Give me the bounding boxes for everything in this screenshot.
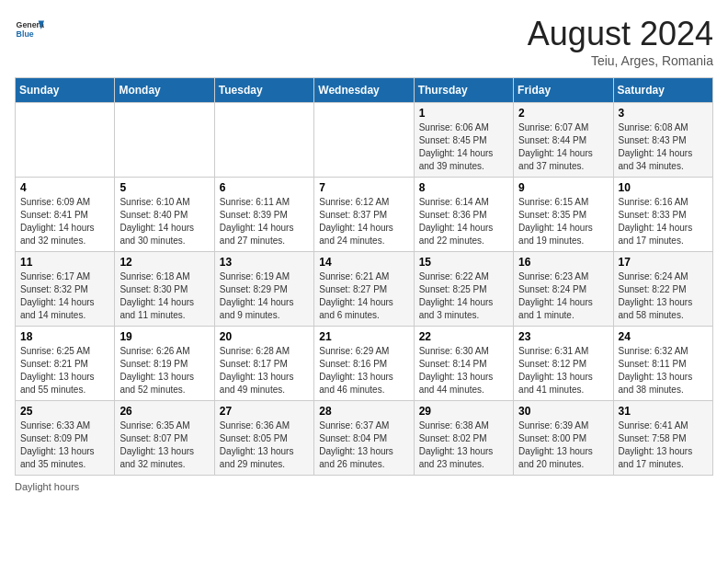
calendar-cell: 17Sunrise: 6:24 AMSunset: 8:22 PMDayligh… bbox=[613, 252, 712, 327]
calendar-cell: 30Sunrise: 6:39 AMSunset: 8:00 PMDayligh… bbox=[514, 401, 613, 476]
weekday-row: SundayMondayTuesdayWednesdayThursdayFrid… bbox=[16, 78, 713, 103]
day-number: 28 bbox=[319, 405, 408, 418]
day-number: 1 bbox=[419, 107, 508, 120]
day-number: 23 bbox=[518, 330, 608, 343]
calendar-cell: 26Sunrise: 6:35 AMSunset: 8:07 PMDayligh… bbox=[115, 401, 214, 476]
calendar-cell: 6Sunrise: 6:11 AMSunset: 8:39 PMDaylight… bbox=[214, 178, 313, 252]
calendar-cell: 3Sunrise: 6:08 AMSunset: 8:43 PMDaylight… bbox=[613, 103, 712, 178]
calendar-cell: 5Sunrise: 6:10 AMSunset: 8:40 PMDaylight… bbox=[115, 178, 214, 252]
calendar-cell: 15Sunrise: 6:22 AMSunset: 8:25 PMDayligh… bbox=[414, 252, 513, 327]
calendar-cell bbox=[214, 103, 313, 178]
day-info: Sunrise: 6:29 AMSunset: 8:16 PMDaylight:… bbox=[319, 345, 408, 396]
month-title: August 2024 bbox=[528, 15, 713, 53]
day-info: Sunrise: 6:19 AMSunset: 8:29 PMDaylight:… bbox=[220, 270, 309, 322]
day-number: 21 bbox=[319, 330, 408, 343]
calendar-cell: 8Sunrise: 6:14 AMSunset: 8:36 PMDaylight… bbox=[414, 178, 513, 252]
day-number: 18 bbox=[20, 330, 109, 343]
calendar-cell: 4Sunrise: 6:09 AMSunset: 8:41 PMDaylight… bbox=[16, 178, 115, 252]
calendar-cell: 16Sunrise: 6:23 AMSunset: 8:24 PMDayligh… bbox=[514, 252, 613, 327]
weekday-header-thursday: Thursday bbox=[414, 78, 513, 103]
day-info: Sunrise: 6:30 AMSunset: 8:14 PMDaylight:… bbox=[419, 345, 508, 396]
day-number: 14 bbox=[319, 256, 408, 269]
calendar-cell: 7Sunrise: 6:12 AMSunset: 8:37 PMDaylight… bbox=[314, 178, 414, 252]
calendar-cell: 11Sunrise: 6:17 AMSunset: 8:32 PMDayligh… bbox=[16, 252, 115, 327]
calendar-cell: 18Sunrise: 6:25 AMSunset: 8:21 PMDayligh… bbox=[16, 327, 115, 401]
day-info: Sunrise: 6:25 AMSunset: 8:21 PMDaylight:… bbox=[20, 345, 109, 396]
weekday-header-friday: Friday bbox=[514, 78, 613, 103]
calendar-week-3: 11Sunrise: 6:17 AMSunset: 8:32 PMDayligh… bbox=[16, 252, 713, 327]
day-info: Sunrise: 6:11 AMSunset: 8:39 PMDaylight:… bbox=[220, 196, 309, 247]
calendar-cell: 21Sunrise: 6:29 AMSunset: 8:16 PMDayligh… bbox=[314, 327, 414, 401]
day-number: 7 bbox=[319, 181, 408, 194]
weekday-header-saturday: Saturday bbox=[613, 78, 712, 103]
calendar-cell bbox=[115, 103, 214, 178]
calendar-table: SundayMondayTuesdayWednesdayThursdayFrid… bbox=[15, 77, 713, 476]
day-number: 6 bbox=[220, 181, 309, 194]
day-number: 30 bbox=[518, 405, 608, 418]
day-info: Sunrise: 6:08 AMSunset: 8:43 PMDaylight:… bbox=[619, 121, 708, 173]
day-info: Sunrise: 6:26 AMSunset: 8:19 PMDaylight:… bbox=[119, 345, 209, 396]
location-subtitle: Teiu, Arges, Romania bbox=[528, 53, 713, 68]
day-number: 9 bbox=[518, 181, 608, 194]
calendar-cell: 1Sunrise: 6:06 AMSunset: 8:45 PMDaylight… bbox=[414, 103, 513, 178]
day-number: 3 bbox=[619, 107, 708, 120]
calendar-cell bbox=[16, 103, 115, 178]
day-info: Sunrise: 6:39 AMSunset: 8:00 PMDaylight:… bbox=[518, 419, 608, 471]
calendar-cell: 19Sunrise: 6:26 AMSunset: 8:19 PMDayligh… bbox=[115, 327, 214, 401]
title-block: August 2024 Teiu, Arges, Romania bbox=[528, 15, 713, 68]
day-info: Sunrise: 6:37 AMSunset: 8:04 PMDaylight:… bbox=[319, 419, 408, 471]
day-number: 12 bbox=[119, 256, 209, 269]
day-info: Sunrise: 6:36 AMSunset: 8:05 PMDaylight:… bbox=[220, 419, 309, 471]
svg-text:Blue: Blue bbox=[17, 29, 34, 39]
weekday-header-tuesday: Tuesday bbox=[214, 78, 313, 103]
day-number: 31 bbox=[619, 405, 708, 418]
day-number: 5 bbox=[119, 181, 209, 194]
day-number: 29 bbox=[419, 405, 508, 418]
day-number: 2 bbox=[518, 107, 608, 120]
day-number: 27 bbox=[220, 405, 309, 418]
calendar-cell: 20Sunrise: 6:28 AMSunset: 8:17 PMDayligh… bbox=[214, 327, 313, 401]
daylight-label: Daylight hours bbox=[15, 481, 79, 492]
day-number: 8 bbox=[419, 181, 508, 194]
calendar-cell: 29Sunrise: 6:38 AMSunset: 8:02 PMDayligh… bbox=[414, 401, 513, 476]
day-number: 22 bbox=[419, 330, 508, 343]
day-number: 20 bbox=[220, 330, 309, 343]
day-number: 19 bbox=[119, 330, 209, 343]
day-info: Sunrise: 6:33 AMSunset: 8:09 PMDaylight:… bbox=[20, 419, 109, 471]
logo-icon: General Blue bbox=[15, 15, 44, 44]
page-header: General Blue August 2024 Teiu, Arges, Ro… bbox=[15, 15, 713, 68]
day-info: Sunrise: 6:09 AMSunset: 8:41 PMDaylight:… bbox=[20, 196, 109, 247]
day-info: Sunrise: 6:17 AMSunset: 8:32 PMDaylight:… bbox=[20, 270, 109, 322]
day-number: 11 bbox=[20, 256, 109, 269]
calendar-cell: 24Sunrise: 6:32 AMSunset: 8:11 PMDayligh… bbox=[613, 327, 712, 401]
calendar-cell: 25Sunrise: 6:33 AMSunset: 8:09 PMDayligh… bbox=[16, 401, 115, 476]
day-info: Sunrise: 6:28 AMSunset: 8:17 PMDaylight:… bbox=[220, 345, 309, 396]
calendar-cell: 27Sunrise: 6:36 AMSunset: 8:05 PMDayligh… bbox=[214, 401, 313, 476]
calendar-week-5: 25Sunrise: 6:33 AMSunset: 8:09 PMDayligh… bbox=[16, 401, 713, 476]
day-number: 24 bbox=[619, 330, 708, 343]
weekday-header-monday: Monday bbox=[115, 78, 214, 103]
day-info: Sunrise: 6:14 AMSunset: 8:36 PMDaylight:… bbox=[419, 196, 508, 247]
day-info: Sunrise: 6:18 AMSunset: 8:30 PMDaylight:… bbox=[119, 270, 209, 322]
calendar-cell: 9Sunrise: 6:15 AMSunset: 8:35 PMDaylight… bbox=[514, 178, 613, 252]
day-number: 17 bbox=[619, 256, 708, 269]
calendar-cell: 22Sunrise: 6:30 AMSunset: 8:14 PMDayligh… bbox=[414, 327, 513, 401]
calendar-body: 1Sunrise: 6:06 AMSunset: 8:45 PMDaylight… bbox=[16, 103, 713, 476]
day-number: 10 bbox=[619, 181, 708, 194]
day-info: Sunrise: 6:16 AMSunset: 8:33 PMDaylight:… bbox=[619, 196, 708, 247]
weekday-header-sunday: Sunday bbox=[16, 78, 115, 103]
day-number: 26 bbox=[119, 405, 209, 418]
calendar-week-4: 18Sunrise: 6:25 AMSunset: 8:21 PMDayligh… bbox=[16, 327, 713, 401]
calendar-cell: 10Sunrise: 6:16 AMSunset: 8:33 PMDayligh… bbox=[613, 178, 712, 252]
day-info: Sunrise: 6:32 AMSunset: 8:11 PMDaylight:… bbox=[619, 345, 708, 396]
day-number: 13 bbox=[220, 256, 309, 269]
day-number: 25 bbox=[20, 405, 109, 418]
day-info: Sunrise: 6:41 AMSunset: 7:58 PMDaylight:… bbox=[619, 419, 708, 471]
calendar-cell bbox=[314, 103, 414, 178]
calendar-cell: 23Sunrise: 6:31 AMSunset: 8:12 PMDayligh… bbox=[514, 327, 613, 401]
day-info: Sunrise: 6:06 AMSunset: 8:45 PMDaylight:… bbox=[419, 121, 508, 173]
calendar-cell: 12Sunrise: 6:18 AMSunset: 8:30 PMDayligh… bbox=[115, 252, 214, 327]
day-info: Sunrise: 6:24 AMSunset: 8:22 PMDaylight:… bbox=[619, 270, 708, 322]
calendar-cell: 31Sunrise: 6:41 AMSunset: 7:58 PMDayligh… bbox=[613, 401, 712, 476]
day-number: 16 bbox=[518, 256, 608, 269]
